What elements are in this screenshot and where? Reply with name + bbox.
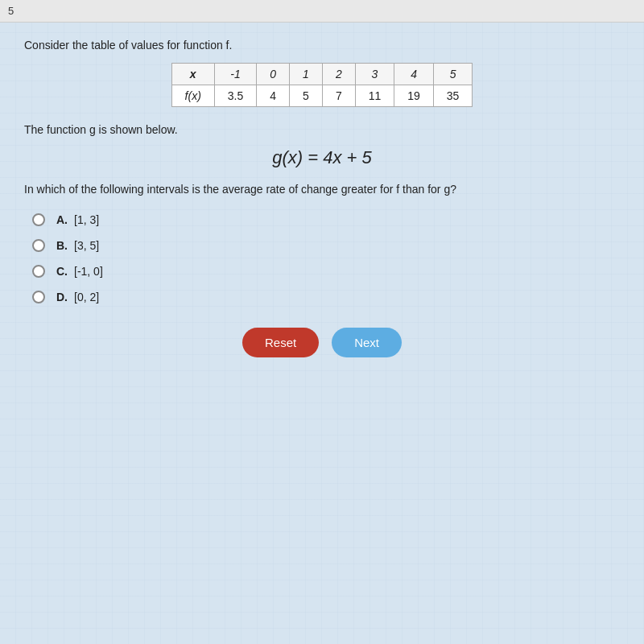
function-g-display: g(x) = 4x + 5 <box>24 147 620 168</box>
option-b-label: B. <box>56 239 68 252</box>
table-cell: 35 <box>433 85 473 107</box>
table-data-row: f(x) 3.5 4 5 7 11 19 35 <box>171 85 473 107</box>
table-cell: 19 <box>394 85 434 107</box>
radio-d[interactable] <box>32 291 45 303</box>
table-cell: 11 <box>355 85 394 107</box>
next-button[interactable]: Next <box>332 328 402 357</box>
table-cell: 2 <box>322 64 355 85</box>
table-cell: 0 <box>257 64 290 85</box>
table-cell: 7 <box>322 85 355 107</box>
option-a-label: A. <box>56 213 68 226</box>
options-list: A. [1, 3] B. [3, 5] C. [-1, 0] D. [0, 2] <box>24 213 620 303</box>
radio-c[interactable] <box>32 265 45 278</box>
table-container: x -1 0 1 2 3 4 5 f(x) 3.5 4 5 7 11 19 35 <box>24 63 620 107</box>
option-a-value: [1, 3] <box>74 213 99 226</box>
option-b-value: [3, 5] <box>74 239 99 252</box>
main-content: Consider the table of values for functio… <box>0 23 644 374</box>
option-d[interactable]: D. [0, 2] <box>32 291 620 303</box>
table-cell: x <box>171 64 214 85</box>
function-g-section: The function g is shown below. g(x) = 4x… <box>24 123 620 168</box>
option-c-label: C. <box>56 265 68 278</box>
prompt1-text: Consider the table of values for functio… <box>24 39 620 52</box>
option-d-label: D. <box>56 291 68 303</box>
table-cell: 4 <box>394 64 434 85</box>
table-cell: 1 <box>290 64 323 85</box>
table-cell: 3.5 <box>214 85 256 107</box>
buttons-row: Reset Next <box>24 328 620 357</box>
table-cell: 5 <box>433 64 473 85</box>
option-a[interactable]: A. [1, 3] <box>32 213 620 226</box>
radio-b[interactable] <box>32 239 45 252</box>
option-c-value: [-1, 0] <box>74 265 103 278</box>
table-cell: 3 <box>355 64 394 85</box>
table-header-row: x -1 0 1 2 3 4 5 <box>171 64 473 85</box>
radio-a[interactable] <box>32 213 45 226</box>
prompt2-text: The function g is shown below. <box>24 123 620 136</box>
reset-button[interactable]: Reset <box>242 328 319 357</box>
top-bar: 5 <box>0 0 644 23</box>
function-g-text: g(x) = 4x + 5 <box>272 147 372 167</box>
option-c[interactable]: C. [-1, 0] <box>32 265 620 278</box>
option-b[interactable]: B. [3, 5] <box>32 239 620 252</box>
table-cell: 5 <box>290 85 323 107</box>
question-text: In which of the following intervals is t… <box>24 183 620 196</box>
table-row-label: f(x) <box>171 85 214 107</box>
table-cell: -1 <box>214 64 256 85</box>
values-table: x -1 0 1 2 3 4 5 f(x) 3.5 4 5 7 11 19 35 <box>171 63 473 107</box>
question-number: 5 <box>8 5 14 17</box>
table-cell: 4 <box>257 85 290 107</box>
option-d-value: [0, 2] <box>74 291 99 303</box>
